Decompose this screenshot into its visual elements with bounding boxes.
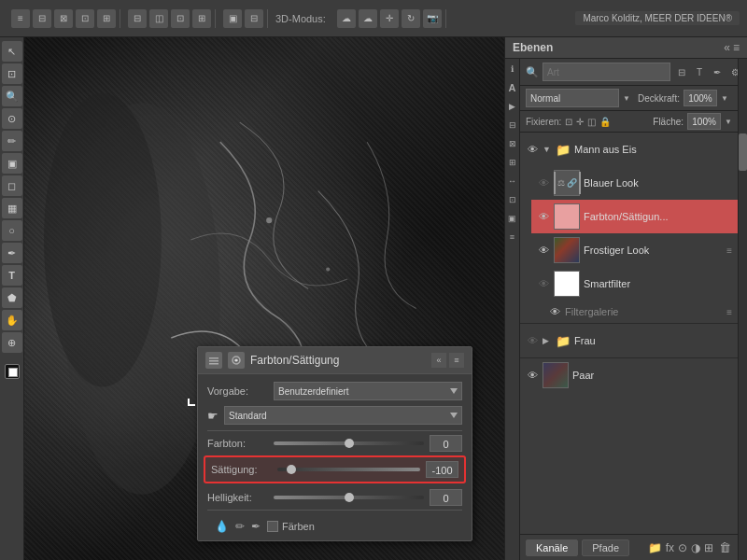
tool-spot[interactable]: ⊙ (2, 108, 22, 129)
tool-icon-3[interactable]: ⊠ (54, 9, 73, 28)
fx-icon[interactable]: fx (666, 541, 674, 554)
saturation-slider-track[interactable] (277, 468, 420, 471)
layer-search-input[interactable] (543, 63, 670, 81)
layer-filtergalerie[interactable]: 👁 Filtergalerie ≡ (543, 301, 738, 323)
colorize-label[interactable]: Färben (267, 521, 315, 532)
tool-icon-6[interactable]: ⊟ (128, 9, 147, 28)
delete-layer-icon[interactable]: 🗑 (717, 540, 732, 555)
props-menu-btn[interactable]: ≡ (449, 353, 464, 368)
layer-blauer-look[interactable]: 👁 ⚖ 🔗 Blauer Look (531, 166, 738, 200)
info-icon8[interactable]: ⊡ (506, 193, 519, 206)
expand-frau[interactable]: ▶ (543, 336, 552, 345)
channel-select[interactable]: Standard (224, 406, 462, 425)
tool-zoom[interactable]: ⊕ (2, 332, 22, 353)
tool-icon-11[interactable]: ⊟ (245, 9, 263, 28)
info-icon9[interactable]: ▣ (506, 212, 519, 225)
colorize-checkbox[interactable] (267, 521, 278, 532)
brightness-slider-thumb[interactable] (345, 493, 354, 502)
eye-farbton[interactable]: 👁 (537, 211, 550, 222)
tool-icon-10[interactable]: ▣ (223, 9, 242, 28)
adjustment-icon[interactable]: ◑ (691, 541, 700, 554)
eye-blauer-look[interactable]: 👁 (537, 177, 550, 189)
brightness-slider-track[interactable] (274, 496, 424, 499)
layers-scrollbar[interactable] (738, 59, 747, 560)
tool-icon-5[interactable]: ⊞ (97, 9, 116, 28)
hand-tool-icon[interactable]: ☛ (207, 409, 218, 423)
new-layer-icon[interactable]: ⊞ (704, 541, 713, 554)
preset-select[interactable]: Benutzerdefiniert (274, 382, 462, 400)
new-group-icon[interactable]: 📁 (648, 541, 662, 554)
eyedropper2-icon[interactable]: ✏ (235, 520, 245, 533)
tool-brush[interactable]: ✏ (2, 131, 22, 151)
filter-icon-2[interactable]: T (692, 64, 707, 79)
eye-paar[interactable]: 👁 (526, 370, 539, 381)
mask-icon[interactable]: ⊙ (678, 541, 687, 554)
tab-pfade[interactable]: Pfade (582, 539, 629, 556)
eye-filtergalerie[interactable]: 👁 (548, 306, 561, 317)
layer-smartfilter[interactable]: 👁 Smartfilter (531, 267, 738, 301)
lock-artboard-icon[interactable]: ◫ (587, 117, 596, 127)
move-icon[interactable]: ✛ (380, 9, 399, 28)
panel-collapse-btn[interactable]: « (724, 41, 730, 54)
filter-icon-1[interactable]: ⊟ (674, 64, 689, 79)
group-layer-frau[interactable]: 👁 ▶ 📁 Frau (520, 324, 738, 357)
layer-farbton[interactable]: 👁 Farbton/Sättigun... (531, 200, 738, 233)
fill-input[interactable] (687, 113, 721, 130)
opacity-input[interactable] (684, 90, 717, 106)
tool-pen[interactable]: ✒ (2, 243, 22, 263)
hue-slider-track[interactable] (274, 441, 424, 445)
tool-crop[interactable]: ⊡ (2, 63, 22, 84)
layer-frostiger-look[interactable]: 👁 Frostiger Look ≡ (531, 233, 738, 267)
lock-all-icon[interactable]: 🔒 (599, 117, 611, 127)
tool-text[interactable]: T (2, 265, 22, 286)
group-layer-mann-aus-eis[interactable]: 👁 ▼ 📁 Mann aus Eis (520, 133, 738, 166)
info-icon2[interactable]: A (506, 81, 519, 94)
tool-stamp[interactable]: ▣ (2, 153, 22, 174)
tool-icon-8[interactable]: ⊡ (171, 9, 190, 28)
eye-mann-aus-eis[interactable]: 👁 (526, 144, 539, 155)
hue-value[interactable]: 0 (430, 435, 462, 452)
tool-path[interactable]: ⬟ (2, 287, 22, 308)
eyedropper-icon[interactable]: 💧 (215, 520, 229, 533)
tool-icon-7[interactable]: ◫ (149, 9, 168, 28)
camera-icon[interactable]: 📷 (423, 9, 442, 28)
filter-icon-4[interactable]: ⚙ (727, 64, 738, 79)
info-icon5[interactable]: ⊠ (506, 137, 519, 150)
props-expand-btn[interactable]: « (431, 353, 446, 368)
saturation-slider-thumb[interactable] (287, 465, 296, 474)
expand-mann-aus-eis[interactable]: ▼ (543, 145, 552, 154)
tool-icon-2[interactable]: ⊟ (33, 9, 51, 28)
tool-icon-9[interactable]: ⊞ (192, 9, 211, 28)
tool-hand[interactable]: ✋ (2, 310, 22, 330)
lock-position-icon[interactable]: ✛ (576, 117, 584, 127)
tool-gradient[interactable]: ▦ (2, 198, 22, 218)
tab-kanaele[interactable]: Kanäle (526, 539, 578, 556)
info-icon6[interactable]: ⊞ (506, 156, 519, 169)
foreground-color[interactable] (5, 364, 20, 379)
tool-icon-1[interactable]: ≡ (11, 9, 30, 28)
tool-dodge[interactable]: ○ (2, 220, 22, 241)
eye-frostiger-look[interactable]: 👁 (537, 245, 550, 256)
filter-icon-3[interactable]: ✒ (710, 64, 725, 79)
tool-eyedrop[interactable]: 🔍 (2, 86, 22, 106)
rotate-icon[interactable]: ↻ (402, 9, 420, 28)
eyedropper3-icon[interactable]: ✒ (251, 520, 261, 533)
layer-paar[interactable]: 👁 Paar (520, 358, 738, 392)
blend-mode-select[interactable]: Normal (526, 89, 619, 107)
lock-pixels-icon[interactable]: ⊡ (565, 117, 572, 127)
info-icon10[interactable]: ≡ (506, 231, 519, 244)
brightness-value[interactable]: 0 (430, 489, 462, 506)
saturation-value[interactable]: -100 (426, 461, 458, 478)
panel-menu-btn[interactable]: ≡ (733, 41, 740, 54)
tool-select[interactable]: ↖ (2, 41, 22, 62)
tool-eraser[interactable]: ◻ (2, 175, 22, 196)
info-icon7[interactable]: ↔ (506, 175, 519, 188)
eye-frau[interactable]: 👁 (526, 335, 539, 346)
info-icon4[interactable]: ⊟ (506, 119, 519, 132)
info-icon[interactable]: ℹ (506, 63, 519, 76)
eye-smartfilter[interactable]: 👁 (537, 278, 550, 289)
cloud-icon[interactable]: ☁ (337, 9, 356, 28)
hue-slider-thumb[interactable] (345, 439, 354, 448)
tool-icon-4[interactable]: ⊡ (76, 9, 94, 28)
info-icon3[interactable]: ▶ (506, 100, 519, 113)
